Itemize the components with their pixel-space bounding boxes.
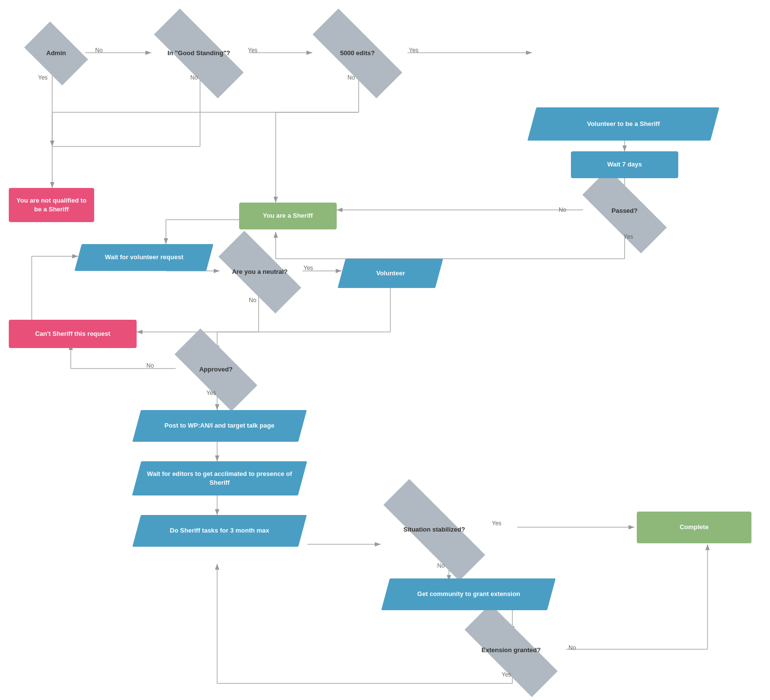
- situation-yes-label: Yes: [492, 520, 502, 527]
- passed-no-label: No: [559, 206, 566, 213]
- extension-label: Extension granted?: [482, 646, 541, 655]
- situation-label: Situation stabilized?: [404, 526, 465, 534]
- wait-7-days-rect: Wait 7 days: [571, 151, 678, 178]
- edits-yes-label: Yes: [409, 47, 419, 54]
- cant-sheriff-rect: Can't Sheriff this request: [9, 320, 137, 348]
- admin-diamond: Admin: [29, 35, 83, 72]
- post-wp-label: Post to WP:AN/I and target talk page: [161, 419, 278, 432]
- passed-label: Passed?: [611, 207, 637, 215]
- post-wp-para: Post to WP:AN/I and target talk page: [132, 410, 306, 442]
- approved-label: Approved?: [199, 366, 233, 374]
- admin-yes-label: Yes: [38, 74, 48, 81]
- complete-rect: Complete: [637, 512, 751, 543]
- not-qualified-rect: You are not qualified to be a Sheriff: [9, 188, 94, 222]
- get-community-label: Get community to grant extension: [413, 588, 524, 600]
- extension-yes-label: Yes: [502, 671, 511, 678]
- wait-editors-para: Wait for editors to get acclimated to pr…: [132, 461, 307, 495]
- wait-volunteer-para: Wait for volunteer request: [75, 244, 214, 271]
- do-sheriff-para: Do Sheriff tasks for 3 month max: [132, 515, 306, 547]
- edits-diamond: 5000 edits?: [312, 35, 403, 72]
- cant-sheriff-label: Can't Sheriff this request: [31, 328, 114, 340]
- good-standing-no-label: No: [190, 74, 198, 81]
- you-are-sheriff-label: You are a Sheriff: [259, 209, 317, 222]
- passed-diamond: Passed?: [583, 193, 666, 229]
- good-standing-yes-label: Yes: [248, 47, 258, 54]
- volunteer-sheriff-label: Volunteer to be a Sheriff: [583, 118, 664, 130]
- neutral-label: Are you a neutral?: [232, 268, 287, 276]
- volunteer-sheriff-para: Volunteer to be a Sheriff: [527, 107, 719, 141]
- passed-yes-label: Yes: [624, 233, 633, 240]
- approved-diamond: Approved?: [176, 351, 256, 388]
- approved-yes-label: Yes: [206, 390, 216, 396]
- neutral-diamond: Are you a neutral?: [220, 254, 300, 290]
- good-standing-label: In "Good Standing"?: [167, 49, 230, 58]
- good-standing-diamond: In "Good Standing"?: [154, 35, 244, 72]
- edits-no-label: No: [347, 74, 355, 81]
- not-qualified-label: You are not qualified to be a Sheriff: [9, 194, 94, 216]
- volunteer-para: Volunteer: [338, 259, 443, 288]
- get-community-para: Get community to grant extension: [381, 578, 555, 610]
- admin-no-label: No: [95, 47, 102, 54]
- situation-diamond: Situation stabilized?: [381, 512, 488, 548]
- wait-volunteer-label: Wait for volunteer request: [101, 251, 187, 264]
- neutral-yes-label: Yes: [304, 265, 313, 271]
- approved-no-label: No: [146, 362, 154, 369]
- wait-7-days-label: Wait 7 days: [603, 158, 646, 171]
- situation-no-label: No: [437, 562, 445, 569]
- extension-diamond: Extension granted?: [464, 632, 559, 669]
- extension-no-label: No: [568, 644, 576, 651]
- admin-label: Admin: [46, 49, 66, 58]
- volunteer-label: Volunteer: [372, 267, 409, 280]
- edits-label: 5000 edits?: [340, 49, 375, 58]
- do-sheriff-label: Do Sheriff tasks for 3 month max: [166, 524, 273, 537]
- complete-label: Complete: [676, 521, 712, 534]
- wait-editors-label: Wait for editors to get acclimated to pr…: [137, 468, 303, 489]
- you-are-sheriff-rect: You are a Sheriff: [239, 203, 337, 229]
- neutral-no-label: No: [249, 297, 256, 304]
